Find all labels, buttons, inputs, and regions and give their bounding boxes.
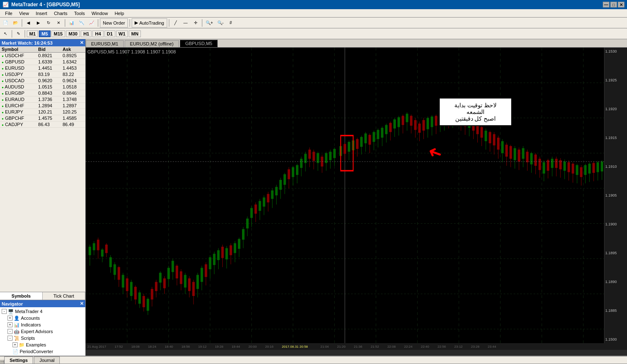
minimize-button[interactable]: — [603,2,609,8]
period-d1[interactable]: D1 [104,30,115,37]
menu-window[interactable]: Window [88,10,111,17]
svg-rect-106 [263,197,265,207]
zoom-out[interactable]: 🔍- [216,18,225,28]
tab-tick-chart[interactable]: Tick Chart [43,292,85,300]
market-watch-row[interactable]: ● EURAUD 1.3736 1.3748 [0,96,85,103]
refresh-button[interactable]: ↻ [44,18,53,28]
time-label-13: 21:20 [337,345,346,349]
chart-tab-eurusd-m2[interactable]: EURUSD,M2 (offline) [125,40,179,47]
period-w1[interactable]: W1 [116,30,128,37]
menu-charts[interactable]: Charts [51,10,71,17]
close-button[interactable]: ✕ [618,2,624,8]
market-watch-table[interactable]: Symbol Bid Ask ● USDCHF 0.8921 0.8925 ● … [0,46,85,292]
nav-examples-label: Examples [26,342,46,347]
chart-type-btn1[interactable]: 📊 [67,18,76,28]
bottom-panel-handle[interactable]: ⋮ [0,360,4,364]
draw-btn[interactable]: ✎ [14,29,23,38]
svg-rect-116 [283,174,286,185]
tab-settings[interactable]: Settings [4,356,33,364]
market-watch-row[interactable]: ● USDCHF 0.8921 0.8925 [0,53,85,59]
market-watch-row[interactable]: ● EURGBP 0.8843 0.8846 [0,90,85,96]
time-label-17: 22:24 [404,345,413,349]
period-mn[interactable]: MN [129,30,141,37]
menu-insert[interactable]: Insert [32,10,51,17]
title-bar-controls[interactable]: — □ ✕ [603,2,624,8]
open-button[interactable]: 📂 [11,18,20,28]
nav-scripts-expand[interactable]: - [8,336,13,341]
menu-file[interactable]: File [2,10,16,17]
price-scale: 1.1530 1.1925 1.1920 1.1915 1.1910 1.190… [604,48,627,343]
market-watch-row[interactable]: ● USDJPY 83.19 83.22 [0,71,85,78]
mw-symbol: ● EURJPY [0,109,36,115]
market-watch-header: Market Watch: 16:24:53 ✕ [0,39,85,46]
zoom-in[interactable]: 🔍+ [204,18,215,28]
nav-ea-expand[interactable]: - [8,329,13,334]
market-watch-close[interactable]: ✕ [80,40,84,46]
market-watch-row[interactable]: ● USDCAD 0.9620 0.9624 [0,78,85,84]
svg-rect-156 [369,135,371,145]
market-watch-row[interactable]: ● GBPCHF 1.4575 1.4585 [0,115,85,121]
mw-ask: 86.49 [61,121,85,128]
period-h1[interactable]: H1 [81,30,92,37]
market-watch-row[interactable]: ● EURCHF 1.2894 1.2897 [0,103,85,109]
market-watch-row[interactable]: ● EURJPY 120.21 120.25 [0,109,85,115]
svg-rect-166 [389,123,392,132]
back-button[interactable]: ◀ [24,18,33,28]
chart-content[interactable]: GBPUSD,M5 1.1907 1.1908 1.1907 1.1908 [86,48,604,343]
period-h4[interactable]: H4 [92,30,103,37]
nav-scripts-label: Scripts [21,336,35,341]
chart-type-btn2[interactable]: 📉 [77,18,86,28]
mw-bid: 86.43 [36,121,61,128]
stop-button[interactable]: ✕ [54,18,63,28]
autotrading-button[interactable]: ▶ AutoTrading [132,18,167,28]
chart-type-btn3[interactable]: 📈 [87,18,96,28]
title-text: MetaTrader 4 - [GBPUSD,M5] [11,2,80,8]
period-m1[interactable]: M1 [27,30,38,37]
time-label-18: 22:40 [421,345,429,349]
tab-symbols[interactable]: Symbols [0,292,43,300]
nav-examples[interactable]: + 📁 Examples [1,341,84,348]
forward-button[interactable]: ▶ [34,18,43,28]
menu-tools[interactable]: Tools [71,10,88,17]
cursor-btn[interactable]: ↖ [1,29,10,38]
chart-scrollbar[interactable] [86,350,627,356]
nav-accounts[interactable]: + 👤 Accounts [1,315,84,321]
cross-tool[interactable]: ✛ [191,18,200,28]
separator2 [65,19,65,27]
app-icon: 📈 [3,2,9,8]
nav-examples-expand[interactable]: + [13,342,18,347]
menu-help[interactable]: Help [111,10,127,17]
nav-accounts-expand[interactable]: + [8,316,13,321]
new-order-button[interactable]: New Order [100,18,128,28]
navigator-close[interactable]: ✕ [80,301,84,306]
period-m30[interactable]: M30 [66,30,80,37]
maximize-button[interactable]: □ [610,2,617,8]
annotation-line1: لاحظ توقيت بداية الشمعه [445,102,506,115]
market-watch-row[interactable]: ● CADJPY 86.43 86.49 [0,121,85,128]
nav-expert-advisors[interactable]: - 🤖 Expert Advisors [1,328,84,335]
menu-view[interactable]: View [16,10,33,17]
nav-period-converter[interactable]: 📄 PeriodConverter [1,348,84,355]
market-watch-row[interactable]: ● AUDUSD 1.0515 1.0518 [0,84,85,90]
period-m15[interactable]: M15 [51,30,65,37]
chart-tab-gbpusd-m5[interactable]: GBPUSD,M5 [180,40,218,47]
mw-symbol: ● EURCHF [0,103,36,109]
new-button[interactable]: 📄 [1,18,10,28]
svg-rect-118 [288,169,290,179]
nav-root-expand[interactable]: - [2,309,7,314]
line-tool[interactable]: ╱ [171,18,180,28]
tab-journal[interactable]: Journal [34,356,60,364]
market-watch-row[interactable]: ● EURUSD 1.4451 1.4453 [0,65,85,71]
svg-rect-266 [596,162,599,172]
grid-btn[interactable]: # [226,18,235,28]
period-m5[interactable]: M5 [39,30,50,37]
nav-indicators[interactable]: + 📊 Indicators [1,321,84,328]
market-watch-row[interactable]: ● GBPUSD 1.6339 1.6342 [0,59,85,65]
svg-rect-154 [364,134,367,144]
bottom-panel: ⋮ Settings Journal Expert Advisor 2 MA C… [0,356,627,364]
chart-tab-eurusd-m1[interactable]: EURUSD,M1 [86,40,124,47]
nav-root[interactable]: - 🖥️ MetaTrader 4 [1,308,84,315]
hline-tool[interactable]: — [181,18,190,28]
nav-scripts[interactable]: - 📜 Scripts [1,335,84,341]
nav-indicators-expand[interactable]: + [8,322,13,327]
